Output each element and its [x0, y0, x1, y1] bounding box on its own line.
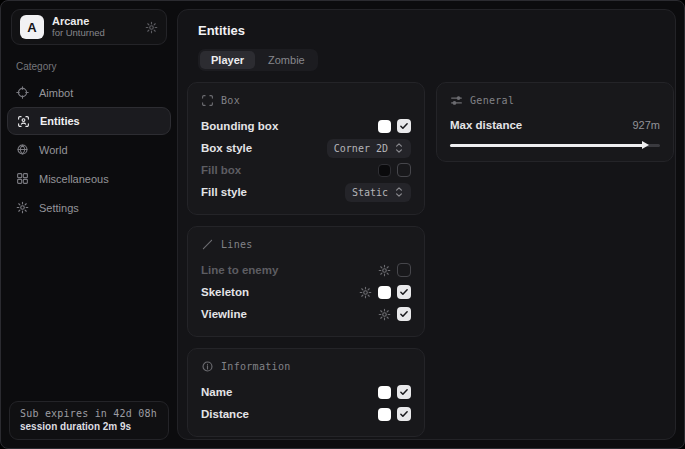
sidebar-item-world[interactable]: World [1, 135, 177, 164]
max-distance-slider[interactable] [450, 140, 660, 150]
general-card: General Max distance 927m [436, 82, 674, 162]
checkbox-unchecked[interactable] [397, 263, 411, 277]
max-distance-label: Max distance [450, 119, 522, 131]
select-icon [394, 142, 404, 154]
checkbox-checked[interactable] [397, 119, 411, 133]
color-swatch[interactable] [378, 120, 391, 133]
globe-icon [16, 143, 29, 156]
settings-cards-column: BoxBounding boxBox styleCorner 2DFill bo… [187, 82, 425, 437]
row-settings-gear-icon[interactable] [378, 308, 391, 321]
setting-row-line-to-enemy: Line to enemy [201, 259, 411, 281]
color-swatch[interactable] [378, 164, 391, 177]
setting-label: Viewline [201, 308, 247, 320]
scan-person-icon [17, 115, 30, 128]
slider-thumb[interactable] [642, 141, 649, 149]
row-settings-gear-icon[interactable] [359, 286, 372, 299]
checkbox-unchecked[interactable] [397, 163, 411, 177]
check-icon [399, 409, 409, 419]
entity-tabs: PlayerZombie [198, 49, 318, 71]
app-window: A Arcane for Unturned Category AimbotEnt… [0, 0, 685, 449]
box-card: BoxBounding boxBox styleCorner 2DFill bo… [187, 82, 425, 215]
information-card: InformationNameDistance [187, 348, 425, 437]
row-settings-gear-icon[interactable] [378, 264, 391, 277]
tab-zombie[interactable]: Zombie [257, 51, 316, 69]
tab-player[interactable]: Player [200, 51, 255, 69]
setting-label: Distance [201, 408, 249, 420]
dropdown-value: Corner 2D [334, 143, 388, 154]
setting-row-box-style: Box styleCorner 2D [201, 137, 411, 159]
sidebar-nav: AimbotEntitiesWorldMiscellaneousSettings [1, 78, 177, 222]
sidebar-item-label: Aimbot [39, 87, 73, 99]
checkbox-checked[interactable] [397, 407, 411, 421]
lines-card: LinesLine to enemySkeletonViewline [187, 226, 425, 337]
gear-icon [16, 201, 29, 214]
grid-icon [16, 172, 29, 185]
sidebar-item-label: Miscellaneous [39, 173, 109, 185]
category-label: Category [16, 61, 177, 72]
sidebar-item-aimbot[interactable]: Aimbot [1, 78, 177, 107]
max-distance-value: 927m [632, 119, 660, 131]
sidebar-item-entities[interactable]: Entities [7, 107, 171, 135]
setting-row-distance: Distance [201, 403, 411, 425]
color-swatch[interactable] [378, 286, 391, 299]
scan-icon [201, 94, 214, 107]
setting-label: Bounding box [201, 120, 278, 132]
crosshair-icon [16, 86, 29, 99]
sub-expiry-text: Sub expires in 42d 08h [20, 408, 158, 419]
check-icon [399, 387, 409, 397]
page-title: Entities [198, 23, 655, 38]
setting-label: Name [201, 386, 232, 398]
sidebar-item-settings[interactable]: Settings [1, 193, 177, 222]
main-panel: Entities PlayerZombie BoxBounding boxBox… [177, 9, 676, 440]
checkbox-checked[interactable] [397, 385, 411, 399]
app-subtitle: for Unturned [52, 28, 137, 39]
check-icon [399, 309, 409, 319]
setting-row-viewline: Viewline [201, 303, 411, 325]
setting-row-fill-box: Fill box [201, 159, 411, 181]
color-swatch[interactable] [378, 386, 391, 399]
line-icon [201, 238, 214, 251]
sidebar-item-label: World [39, 144, 68, 156]
check-icon [399, 121, 409, 131]
sidebar: A Arcane for Unturned Category AimbotEnt… [1, 1, 177, 448]
sidebar-item-label: Entities [40, 115, 80, 127]
setting-row-skeleton: Skeleton [201, 281, 411, 303]
brand-settings-icon[interactable] [145, 21, 158, 34]
app-logo: A [20, 15, 44, 39]
app-name: Arcane [52, 15, 137, 28]
card-title: Lines [221, 239, 253, 250]
check-icon [399, 287, 409, 297]
sidebar-item-miscellaneous[interactable]: Miscellaneous [1, 164, 177, 193]
card-title: General [470, 95, 514, 106]
sliders-icon [450, 94, 463, 107]
setting-label: Box style [201, 142, 252, 154]
setting-label: Fill box [201, 164, 241, 176]
checkbox-checked[interactable] [397, 285, 411, 299]
brand-card: A Arcane for Unturned [11, 9, 167, 45]
card-title: Information [221, 361, 291, 372]
setting-row-bounding-box: Bounding box [201, 115, 411, 137]
setting-row-fill-style: Fill styleStatic [201, 181, 411, 203]
dropdown-box-style[interactable]: Corner 2D [327, 139, 411, 158]
dropdown-value: Static [352, 187, 388, 198]
subscription-card: Sub expires in 42d 08h session duration … [9, 401, 169, 440]
setting-label: Line to enemy [201, 264, 278, 276]
dropdown-fill-style[interactable]: Static [345, 183, 411, 202]
checkbox-checked[interactable] [397, 307, 411, 321]
color-swatch[interactable] [378, 408, 391, 421]
setting-label: Skeleton [201, 286, 249, 298]
session-duration-text: session duration 2m 9s [20, 421, 158, 432]
select-icon [394, 186, 404, 198]
info-icon [201, 360, 214, 373]
sidebar-item-label: Settings [39, 202, 79, 214]
setting-label: Fill style [201, 186, 247, 198]
setting-row-name: Name [201, 381, 411, 403]
slider-fill [450, 144, 645, 147]
card-title: Box [221, 95, 240, 106]
